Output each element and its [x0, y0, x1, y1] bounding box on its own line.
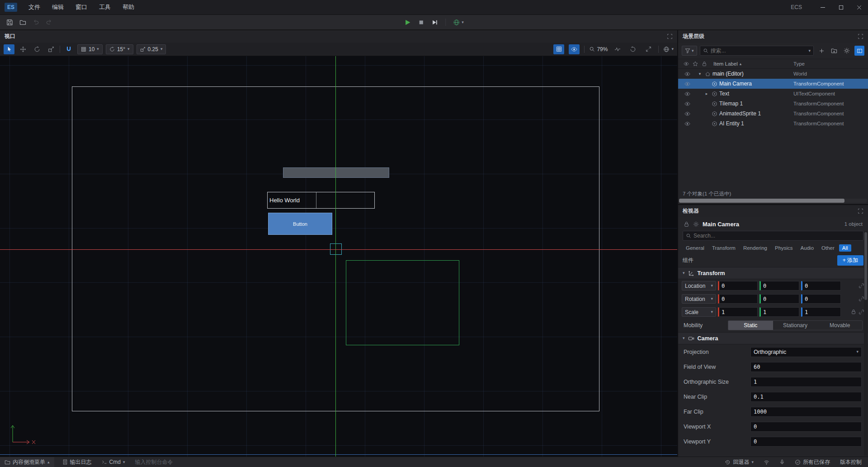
location-x-input[interactable] [718, 281, 758, 291]
visibility-eye-icon[interactable] [684, 81, 691, 87]
scale-z-input[interactable] [801, 307, 841, 317]
cmd-dropdown[interactable]: Cmd ▾ [100, 457, 127, 467]
location-y-input[interactable] [760, 281, 799, 291]
panel-expand-icon[interactable] [667, 33, 673, 39]
hierarchy-row-animatedsprite[interactable]: AnimatedSprite 1 TransformComponent [678, 109, 868, 119]
microphone-icon[interactable] [778, 457, 787, 467]
menu-tools[interactable]: 工具 [93, 0, 117, 14]
camera-section-header[interactable]: ▾ Camera [678, 332, 868, 344]
tab-general[interactable]: General [683, 244, 708, 252]
rotation-y-input[interactable] [760, 294, 799, 304]
scrollbar-thumb[interactable] [864, 232, 867, 300]
open-folder-button[interactable] [19, 19, 26, 26]
add-component-button[interactable]: + 添加 [837, 255, 863, 266]
inspector-vertical-scrollbar[interactable] [864, 231, 868, 456]
location-dropdown[interactable]: Location▾ [682, 281, 716, 291]
viewport-x-input[interactable] [754, 424, 859, 430]
rotation-dropdown[interactable]: Rotation▾ [682, 294, 716, 304]
tab-audio[interactable]: Audio [797, 244, 817, 252]
select-tool-button[interactable] [4, 44, 14, 54]
all-saved-indicator[interactable]: 所有已保存 [793, 457, 832, 467]
step-button[interactable] [431, 19, 438, 26]
scale-tool-button[interactable] [46, 44, 57, 54]
content-drawer-button[interactable]: 内容侧滑菜单 ▴ [0, 457, 54, 467]
menu-window[interactable]: 窗口 [70, 0, 93, 14]
tab-other[interactable]: Other [818, 244, 838, 252]
hierarchy-row-main-camera[interactable]: Main Camera TransformComponent [678, 79, 868, 89]
minimize-button[interactable] [814, 0, 832, 14]
hierarchy-row-ai-entity[interactable]: AI Entity 1 TransformComponent [678, 119, 868, 129]
rotate-tool-button[interactable] [32, 44, 42, 54]
lock-scale-icon[interactable] [851, 309, 856, 315]
move-tool-button[interactable] [18, 44, 28, 54]
world-globe-dropdown[interactable]: ▾ [453, 19, 464, 26]
new-folder-button[interactable] [829, 46, 839, 56]
rotation-x-input[interactable] [718, 294, 758, 304]
zoom-control[interactable]: 79% [589, 46, 608, 52]
lock-column-lock-icon[interactable] [701, 61, 708, 67]
viewport-globe-dropdown[interactable]: ▾ [663, 46, 674, 52]
rotation-snap-dropdown[interactable]: 15° ▾ [106, 44, 133, 54]
panel-expand-icon[interactable] [858, 208, 863, 214]
mobility-movable-button[interactable]: Movable [817, 321, 862, 330]
scale-x-input[interactable] [718, 307, 758, 317]
maximize-button[interactable] [832, 0, 850, 14]
visibility-eye-icon[interactable] [684, 111, 691, 117]
output-log-button[interactable]: 输出日志 [61, 457, 94, 467]
scrollbar-thumb[interactable] [679, 199, 844, 203]
hierarchy-row-main[interactable]: ▾ main (Editor) World [678, 69, 868, 79]
lock-icon[interactable] [684, 221, 689, 227]
version-control-button[interactable]: 版本控制 [838, 457, 863, 467]
visibility-toggle-button[interactable] [569, 44, 580, 54]
hierarchy-search[interactable]: ▾ [700, 46, 814, 56]
stop-button[interactable] [418, 19, 424, 25]
inspector-search[interactable] [683, 231, 863, 241]
tab-rendering[interactable]: Rendering [740, 244, 770, 252]
hierarchy-settings-button[interactable] [842, 46, 852, 56]
text-widget[interactable]: Hello World [267, 192, 375, 209]
fov-input[interactable] [754, 364, 859, 370]
location-z-input[interactable] [801, 281, 841, 291]
tab-physics[interactable]: Physics [772, 244, 796, 252]
chevron-down-icon[interactable]: ▾ [696, 71, 703, 76]
visibility-column-eye-icon[interactable] [683, 61, 690, 67]
menu-help[interactable]: 帮助 [117, 0, 140, 14]
hierarchy-search-input[interactable] [711, 48, 807, 54]
scale-dropdown[interactable]: Scale▾ [682, 307, 716, 317]
projection-dropdown[interactable]: Orthographic ▾ [750, 347, 862, 357]
menu-edit[interactable]: 编辑 [46, 0, 70, 14]
fullscreen-button[interactable] [643, 44, 654, 54]
grid-toggle-button[interactable] [553, 44, 564, 54]
hierarchy-row-text[interactable]: ▸ Text UITextComponent [678, 89, 868, 99]
rotation-z-input[interactable] [801, 294, 841, 304]
far-clip-input[interactable] [754, 409, 859, 415]
stats-pulse-button[interactable] [612, 44, 623, 54]
snap-magnet-icon[interactable] [63, 44, 74, 54]
visibility-eye-icon[interactable] [684, 91, 691, 97]
hierarchy-row-tilemap[interactable]: Tilemap 1 TransformComponent [678, 99, 868, 109]
add-entity-button[interactable] [816, 46, 826, 56]
column-item-label[interactable]: Item Label ▴ [713, 61, 741, 67]
revision-control-dropdown[interactable]: 回退器 ▾ [723, 457, 755, 467]
console-command-input[interactable]: 输入控制台命令 [133, 457, 175, 467]
tab-transform[interactable]: Transform [709, 244, 739, 252]
play-button[interactable] [404, 19, 411, 26]
favorite-column-star-icon[interactable] [692, 61, 699, 67]
near-clip-input[interactable] [754, 394, 859, 400]
filter-button[interactable]: ▾ [682, 46, 697, 56]
hierarchy-horizontal-scrollbar[interactable] [679, 199, 867, 203]
entity-bounds-rect[interactable] [346, 260, 459, 345]
viewport-canvas[interactable]: Hello World Button [0, 56, 677, 457]
column-type[interactable]: Type [793, 61, 868, 67]
mobility-stationary-button[interactable]: Stationary [773, 321, 818, 330]
panel-expand-icon[interactable] [858, 33, 863, 39]
mobility-static-button[interactable]: Static [728, 321, 773, 330]
transform-section-header[interactable]: ▾ Transform [678, 267, 868, 279]
tab-all[interactable]: All [839, 244, 851, 252]
undo-button[interactable] [33, 19, 39, 26]
redo-button[interactable] [46, 19, 52, 26]
network-signal-icon[interactable] [762, 457, 771, 467]
menu-file[interactable]: 文件 [23, 0, 46, 14]
visibility-eye-icon[interactable] [684, 121, 691, 127]
chevron-right-icon[interactable]: ▸ [703, 91, 710, 96]
